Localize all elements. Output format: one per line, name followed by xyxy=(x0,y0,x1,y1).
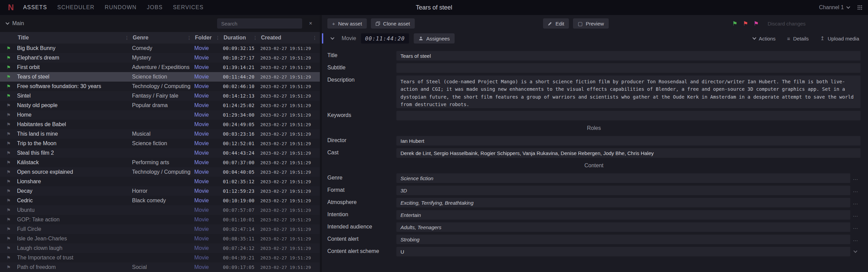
clone-asset-button[interactable]: Clone asset xyxy=(371,18,415,29)
asset-folder-link[interactable]: Movie xyxy=(194,255,223,261)
asset-folder-link[interactable]: Movie xyxy=(194,150,223,156)
asset-folder-link[interactable]: Movie xyxy=(194,93,223,99)
field-more-icon[interactable]: … xyxy=(850,210,861,220)
asset-folder-link[interactable]: Movie xyxy=(194,159,223,166)
asset-folder-link[interactable]: Movie xyxy=(194,178,223,185)
asset-folder-link[interactable]: Movie xyxy=(194,121,223,128)
field-director[interactable]: Ian Hubert xyxy=(396,136,861,146)
asset-folder-link[interactable]: Movie xyxy=(194,236,223,242)
column-menu-icon[interactable]: ⋮ xyxy=(215,35,220,40)
column-header-title[interactable]: Title ⋮ xyxy=(17,32,132,44)
field-more-icon[interactable]: … xyxy=(850,198,861,207)
table-row[interactable]: ⚑DecayHorrorMovie01:12:59:232023-02-27 1… xyxy=(0,186,320,196)
table-row[interactable]: ⚑GOP: Take actionMovie00:01:10:012023-02… xyxy=(0,215,320,224)
field-content-alert[interactable]: Strobing xyxy=(396,235,850,244)
table-row[interactable]: ⚑CedricBlack comedyMovie00:10:19:002023-… xyxy=(0,196,320,205)
table-row[interactable]: ⚑Free software foundation: 30 yearsTechn… xyxy=(0,82,320,91)
column-header-created[interactable]: Created ⋮ xyxy=(260,32,320,44)
field-description[interactable]: Tears of Steel (code-named Project Mango… xyxy=(396,75,861,108)
column-menu-icon[interactable]: ⋮ xyxy=(187,35,192,40)
table-row[interactable]: ⚑Path of freedomSocialMovie00:09:17:0520… xyxy=(0,262,320,272)
field-more-icon[interactable]: … xyxy=(850,222,861,232)
view-selector[interactable]: Main xyxy=(4,20,26,27)
menu-item-scheduler[interactable]: SCHEDULER xyxy=(57,4,95,11)
new-asset-button[interactable]: + New asset xyxy=(327,18,367,29)
column-header-folder[interactable]: Folder ⋮ xyxy=(194,32,223,44)
upload-media-button[interactable]: ↥ Upload media xyxy=(817,33,863,44)
asset-folder-link[interactable]: Movie xyxy=(194,140,223,147)
asset-folder-link[interactable]: Movie xyxy=(194,198,223,204)
table-row[interactable]: ⚑Trip to the MoonScience fictionMovie00:… xyxy=(0,139,320,148)
table-row[interactable]: ⚑This land is mineMusicalMovie00:03:23:1… xyxy=(0,129,320,139)
table-row[interactable]: ⚑Open source explainedTechnology / Compu… xyxy=(0,167,320,177)
field-more-icon[interactable]: … xyxy=(850,173,861,183)
table-row[interactable]: ⚑HomeMovie01:29:34:002023-02-27 19:51:29 xyxy=(0,110,320,120)
search-input[interactable] xyxy=(217,18,302,29)
column-menu-icon[interactable]: ⋮ xyxy=(253,35,258,40)
column-header-genre[interactable]: Genre ⋮ xyxy=(132,32,194,44)
asset-folder-link[interactable]: Movie xyxy=(194,217,223,223)
qc-flag-pink-icon[interactable]: ⚑ xyxy=(754,21,759,27)
field-title[interactable]: Tears of steel xyxy=(396,51,861,61)
menu-item-services[interactable]: SERVICES xyxy=(173,4,203,11)
asset-folder-link[interactable]: Movie xyxy=(194,74,223,80)
field-dropdown-button[interactable] xyxy=(850,247,861,256)
asset-folder-link[interactable]: Movie xyxy=(194,102,223,108)
clear-search-icon[interactable]: × xyxy=(306,18,316,29)
asset-folder-link[interactable]: Movie xyxy=(194,112,223,118)
table-row[interactable]: ⚑Elephant's dreamMysteryMovie00:10:27:17… xyxy=(0,53,320,63)
table-row[interactable]: ⚑First orbitAdventure / ExpeditionsMovie… xyxy=(0,63,320,72)
table-row[interactable]: ⚑Isle de Jean-CharlesMovie00:08:35:11202… xyxy=(0,234,320,243)
table-row[interactable]: ⚑Laugh clown laughMovie00:07:24:122023-0… xyxy=(0,243,320,253)
asset-folder-link[interactable]: Movie xyxy=(194,169,223,175)
details-button[interactable]: ≡ Details xyxy=(784,33,812,44)
field-more-icon[interactable]: … xyxy=(850,235,861,244)
asset-folder-link[interactable]: Movie xyxy=(194,188,223,194)
field-keywords[interactable] xyxy=(396,111,861,120)
asset-folder-link[interactable]: Movie xyxy=(194,207,223,213)
field-genre[interactable]: Science fiction xyxy=(396,173,850,183)
table-row[interactable]: ⚑KálistackPerforming artsMovie00:07:37:0… xyxy=(0,158,320,167)
asset-folder-link[interactable]: Movie xyxy=(194,64,223,70)
table-row[interactable]: ⚑Nasty old peoplePopular dramaMovie01:24… xyxy=(0,101,320,110)
asset-folder-link[interactable]: Movie xyxy=(194,264,223,270)
field-content-alert-scheme[interactable]: U xyxy=(396,247,850,256)
preview-button[interactable]: ▢ Preview xyxy=(573,18,609,29)
qc-flag-red-icon[interactable]: ⚑ xyxy=(743,21,748,27)
discard-changes-button[interactable]: Discard changes xyxy=(763,18,810,29)
field-format[interactable]: 3D xyxy=(396,186,850,195)
asset-folder-link[interactable]: Movie xyxy=(194,226,223,232)
app-logo[interactable]: N xyxy=(5,2,16,13)
table-row[interactable]: ⚑UbuntuMovie00:07:57:072023-02-27 19:51:… xyxy=(0,205,320,215)
menu-item-rundown[interactable]: RUNDOWN xyxy=(105,4,137,11)
menu-item-assets[interactable]: ASSETS xyxy=(23,4,47,11)
column-menu-icon[interactable]: ⋮ xyxy=(125,35,129,40)
asset-folder-link[interactable]: Movie xyxy=(194,245,223,251)
table-row[interactable]: ⚑Steal this film 2Movie00:44:43:242023-0… xyxy=(0,148,320,158)
collapse-chevron-button[interactable] xyxy=(328,34,337,43)
asset-folder-link[interactable]: Movie xyxy=(194,45,223,51)
field-intended-audience[interactable]: Adults, Teenagers xyxy=(396,222,850,232)
asset-folder-link[interactable]: Movie xyxy=(194,55,223,61)
field-subtitle[interactable] xyxy=(396,63,861,73)
column-menu-icon[interactable]: ⋮ xyxy=(312,35,317,40)
field-more-icon[interactable]: … xyxy=(850,186,861,195)
qc-flag-green-icon[interactable]: ⚑ xyxy=(732,21,737,27)
asset-folder-link[interactable]: Movie xyxy=(194,131,223,137)
table-row[interactable]: ⚑LionshareMovie01:02:35:122023-02-27 19:… xyxy=(0,177,320,186)
table-row[interactable]: ⚑Habitantes de BabelMovie00:24:49:052023… xyxy=(0,120,320,129)
timecode-display[interactable]: 00:11:44:20 xyxy=(361,33,409,44)
field-atmosphere[interactable]: Exciting, Terrifying, Breathtaking xyxy=(396,198,850,207)
actions-button[interactable]: Actions xyxy=(750,33,779,44)
table-row[interactable]: ⚑Full CircleMovie00:02:47:142023-02-27 1… xyxy=(0,224,320,234)
column-header-duration[interactable]: Duration ⋮ xyxy=(223,32,260,44)
asset-folder-link[interactable]: Movie xyxy=(194,83,223,89)
assignees-button[interactable]: Assignees xyxy=(414,33,455,44)
apps-grid-icon[interactable] xyxy=(857,5,863,10)
table-row[interactable]: ⚑Big Buck BunnyComedyMovie00:09:32:15202… xyxy=(0,44,320,53)
edit-button[interactable]: Edit xyxy=(543,18,569,29)
table-row[interactable]: ⚑The Importance of trustMovie00:04:39:21… xyxy=(0,253,320,262)
table-row[interactable]: ⚑Tears of steelScience fictionMovie00:11… xyxy=(0,72,320,82)
table-row[interactable]: ⚑SintelFantasy / Fairy taleMovie00:14:12… xyxy=(0,91,320,101)
field-intention[interactable]: Entertain xyxy=(396,210,850,220)
